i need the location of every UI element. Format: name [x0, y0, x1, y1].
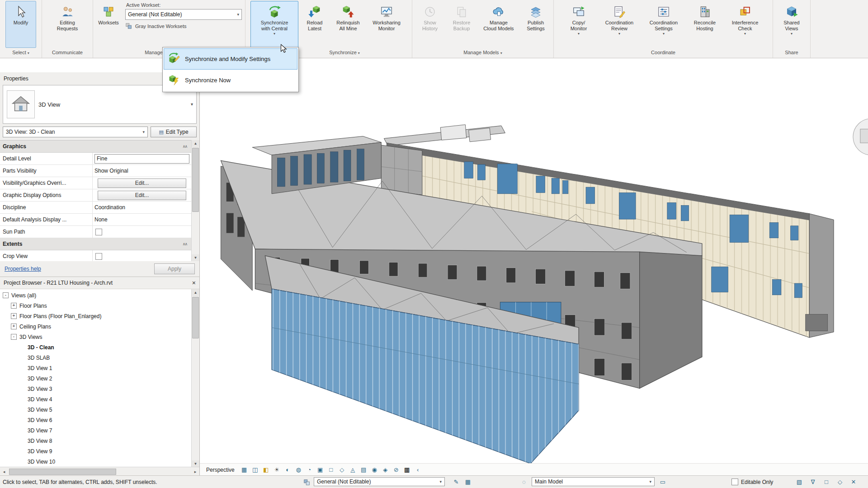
scroll-up-icon[interactable]: ▲: [192, 140, 199, 147]
tree-item[interactable]: 3D - Clean: [0, 342, 191, 352]
chevron-down-icon[interactable]: ▾: [618, 32, 620, 36]
tree-item[interactable]: 3D View 7: [0, 425, 191, 436]
tree-expander-icon[interactable]: [11, 334, 17, 340]
ribbon-group-label-manage-models[interactable]: Manage Models▾: [412, 47, 553, 58]
scroll-left-icon[interactable]: ◂: [0, 469, 8, 474]
ribbon-group-label-select[interactable]: Select▾: [0, 47, 42, 58]
drag-elements-icon[interactable]: ✕: [849, 476, 859, 488]
gray-inactive-worksets-toggle[interactable]: Gray Inactive Worksets: [125, 22, 242, 30]
modify-button[interactable]: Modify: [5, 1, 36, 48]
tree-item[interactable]: 3D Views: [0, 332, 191, 342]
interference-check-button[interactable]: Interference Check ▾: [724, 1, 766, 48]
apply-button[interactable]: Apply: [154, 263, 195, 274]
scroll-down-icon[interactable]: ▼: [192, 254, 199, 261]
chevron-down-icon[interactable]: ▾: [791, 32, 793, 36]
worksets-button[interactable]: Worksets: [94, 1, 123, 48]
lock-view-icon[interactable]: ◇: [337, 465, 347, 474]
collapse-section-icon[interactable]: ∧∧: [183, 242, 187, 246]
reveal-hidden-icon[interactable]: ◉: [369, 465, 380, 474]
tree-item[interactable]: Floor Plans (Floor Plan_Enlarged): [0, 311, 191, 321]
coordination-review-button[interactable]: Coordination Review ▾: [598, 1, 641, 48]
show-crop-region-icon[interactable]: □: [326, 465, 336, 474]
visual-style-icon[interactable]: ◧: [261, 465, 271, 474]
tree-item[interactable]: 3D View 9: [0, 446, 191, 456]
publish-settings-button[interactable]: Publish Settings: [520, 1, 551, 48]
reveal-constraints-icon[interactable]: ⊘: [391, 465, 401, 474]
reload-latest-button[interactable]: Reload Latest: [299, 1, 330, 48]
manage-cloud-models-button[interactable]: Manage Cloud Models: [478, 1, 519, 48]
tree-item[interactable]: 3D View 8: [0, 436, 191, 446]
crop-view-icon[interactable]: ▣: [315, 465, 326, 474]
browser-horizontal-scrollbar[interactable]: ◂ ▸: [0, 467, 199, 476]
editing-requests-button[interactable]: Editing Requests: [52, 1, 83, 48]
scroll-down-icon[interactable]: ▼: [192, 460, 199, 467]
collapse-bar-icon[interactable]: ‹: [413, 465, 423, 474]
sun-path-icon[interactable]: ◍: [293, 465, 304, 474]
crop-view-checkbox[interactable]: [95, 253, 102, 260]
tree-expander-icon[interactable]: [11, 324, 17, 329]
edit-type-button[interactable]: ▤ Edit Type: [151, 127, 197, 137]
tree-item[interactable]: 3D SLAB: [0, 352, 191, 363]
sun-settings-icon[interactable]: ☀: [272, 465, 282, 474]
worksharing-display-icon[interactable]: ◈: [380, 465, 391, 474]
scroll-thumb[interactable]: [192, 297, 199, 338]
tree-item[interactable]: 3D View 4: [0, 394, 191, 404]
tree-item[interactable]: 3D View 6: [0, 415, 191, 425]
section-header-extents[interactable]: Extents∧∧: [0, 238, 191, 250]
tree-expander-icon[interactable]: [3, 292, 9, 298]
scroll-up-icon[interactable]: ▲: [192, 289, 199, 296]
properties-help-link[interactable]: Properties help: [5, 266, 41, 272]
view-scale-icon[interactable]: ▦: [239, 465, 250, 474]
exclude-options-icon[interactable]: ▭: [658, 476, 668, 488]
temporary-hide-icon[interactable]: ▤: [359, 465, 369, 474]
chevron-down-icon[interactable]: ▾: [191, 102, 193, 107]
worksharing-display-status-icon[interactable]: ▦: [463, 476, 473, 488]
tree-item[interactable]: 3D View 3: [0, 384, 191, 394]
properties-toggle-icon[interactable]: ▥: [402, 465, 412, 474]
visibility-graphics-edit-button[interactable]: Edit...: [98, 178, 186, 188]
tree-item[interactable]: 3D View 10: [0, 456, 191, 467]
active-workset-dropdown[interactable]: General (Not Editable)▾: [125, 9, 242, 20]
tree-item[interactable]: Floor Plans: [0, 300, 191, 311]
view-selector-dropdown[interactable]: 3D View: 3D - Clean▾: [3, 127, 148, 137]
graphic-display-options-edit-button[interactable]: Edit...: [98, 191, 186, 200]
tree-expander-icon[interactable]: [11, 313, 17, 319]
detail-level-icon[interactable]: ◫: [250, 465, 260, 474]
scroll-right-icon[interactable]: ▸: [191, 469, 199, 474]
relinquish-all-mine-button[interactable]: Relinquish All Mine: [331, 1, 365, 48]
select-underlay-icon[interactable]: □: [821, 476, 831, 488]
sun-path-checkbox[interactable]: [95, 229, 102, 235]
shared-views-button[interactable]: Shared Views ▾: [775, 1, 808, 48]
section-header-graphics[interactable]: Graphics∧∧: [0, 141, 191, 153]
shadows-icon[interactable]: ◐: [283, 465, 293, 474]
default-analysis-value[interactable]: None: [94, 216, 108, 223]
worksharing-monitor-button[interactable]: Worksharing Monitor: [366, 1, 407, 48]
model-canvas[interactable]: [200, 58, 868, 464]
chevron-down-icon[interactable]: ▾: [578, 32, 580, 36]
menu-item-synchronize-now[interactable]: Synchronize Now: [164, 70, 297, 91]
tree-item[interactable]: Views (all): [0, 290, 191, 300]
tree-item[interactable]: 3D View 2: [0, 373, 191, 384]
editable-only-checkbox[interactable]: [731, 479, 738, 485]
worksets-status-icon[interactable]: [302, 476, 312, 488]
close-icon[interactable]: ×: [192, 280, 196, 286]
chevron-down-icon[interactable]: ▾: [274, 32, 275, 36]
viewcube[interactable]: [853, 118, 868, 155]
collapse-section-icon[interactable]: ∧∧: [183, 144, 187, 149]
detail-level-value[interactable]: Fine: [94, 154, 189, 164]
filter-icon[interactable]: ∇: [808, 476, 818, 488]
editing-requests-status-icon[interactable]: ✎: [451, 476, 461, 488]
tree-item[interactable]: 3D View 1: [0, 363, 191, 373]
temporary-isolate-icon[interactable]: ◬: [348, 465, 358, 474]
tree-item[interactable]: Ceiling Plans: [0, 321, 191, 332]
coordination-settings-button[interactable]: Coordination Settings ▾: [642, 1, 685, 48]
worksharing-display-toggle-icon[interactable]: ▧: [794, 476, 804, 488]
scroll-thumb[interactable]: [9, 469, 116, 475]
discipline-value[interactable]: Coordination: [94, 204, 125, 211]
synchronize-with-central-button[interactable]: Synchronize with Central ▾: [250, 1, 298, 48]
parts-visibility-value[interactable]: Show Original: [94, 168, 128, 174]
menu-item-synchronize-and-modify-settings[interactable]: Synchronize and Modify Settings: [164, 48, 297, 70]
design-options-icon[interactable]: ◌: [519, 476, 529, 488]
browser-scrollbar[interactable]: ▲ ▼: [191, 289, 199, 467]
select-pinned-icon[interactable]: ◇: [835, 476, 845, 488]
